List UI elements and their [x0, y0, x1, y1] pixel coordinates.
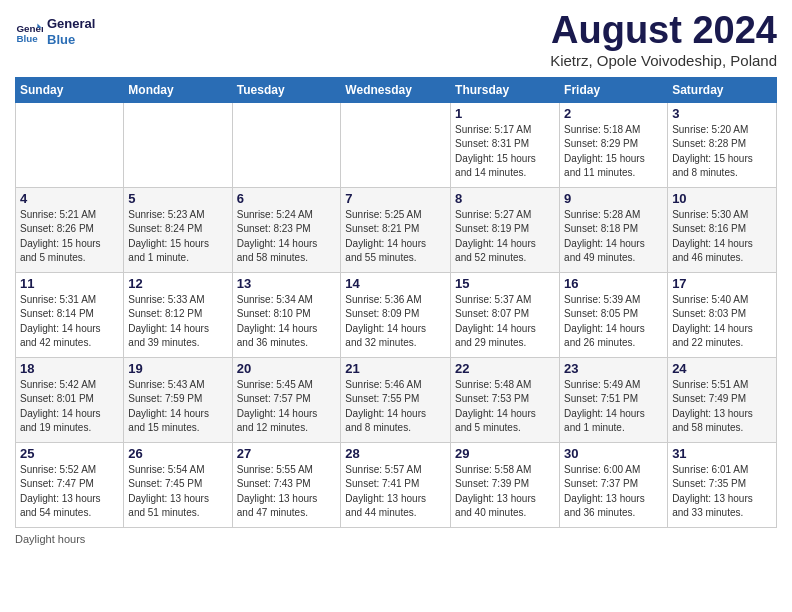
day-number: 19 [128, 361, 227, 376]
day-info: Sunrise: 5:49 AM Sunset: 7:51 PM Dayligh… [564, 378, 663, 436]
day-info: Sunrise: 5:21 AM Sunset: 8:26 PM Dayligh… [20, 208, 119, 266]
day-header-tuesday: Tuesday [232, 77, 341, 102]
day-number: 28 [345, 446, 446, 461]
calendar-cell: 30Sunrise: 6:00 AM Sunset: 7:37 PM Dayli… [560, 442, 668, 527]
day-header-thursday: Thursday [451, 77, 560, 102]
day-info: Sunrise: 5:31 AM Sunset: 8:14 PM Dayligh… [20, 293, 119, 351]
calendar-cell: 29Sunrise: 5:58 AM Sunset: 7:39 PM Dayli… [451, 442, 560, 527]
svg-text:Blue: Blue [16, 32, 38, 43]
footer-note: Daylight hours [15, 533, 777, 545]
day-info: Sunrise: 5:42 AM Sunset: 8:01 PM Dayligh… [20, 378, 119, 436]
day-info: Sunrise: 5:17 AM Sunset: 8:31 PM Dayligh… [455, 123, 555, 181]
day-info: Sunrise: 5:52 AM Sunset: 7:47 PM Dayligh… [20, 463, 119, 521]
calendar-cell: 13Sunrise: 5:34 AM Sunset: 8:10 PM Dayli… [232, 272, 341, 357]
calendar-cell: 7Sunrise: 5:25 AM Sunset: 8:21 PM Daylig… [341, 187, 451, 272]
day-header-wednesday: Wednesday [341, 77, 451, 102]
day-number: 1 [455, 106, 555, 121]
calendar-cell: 21Sunrise: 5:46 AM Sunset: 7:55 PM Dayli… [341, 357, 451, 442]
calendar-cell [16, 102, 124, 187]
day-number: 12 [128, 276, 227, 291]
calendar-cell: 10Sunrise: 5:30 AM Sunset: 8:16 PM Dayli… [668, 187, 777, 272]
day-info: Sunrise: 5:20 AM Sunset: 8:28 PM Dayligh… [672, 123, 772, 181]
calendar-cell: 15Sunrise: 5:37 AM Sunset: 8:07 PM Dayli… [451, 272, 560, 357]
day-number: 24 [672, 361, 772, 376]
day-number: 29 [455, 446, 555, 461]
calendar-cell: 14Sunrise: 5:36 AM Sunset: 8:09 PM Dayli… [341, 272, 451, 357]
calendar-cell: 2Sunrise: 5:18 AM Sunset: 8:29 PM Daylig… [560, 102, 668, 187]
calendar-cell: 31Sunrise: 6:01 AM Sunset: 7:35 PM Dayli… [668, 442, 777, 527]
logo-icon: General Blue [15, 18, 43, 46]
day-header-monday: Monday [124, 77, 232, 102]
calendar-cell: 24Sunrise: 5:51 AM Sunset: 7:49 PM Dayli… [668, 357, 777, 442]
calendar-cell: 11Sunrise: 5:31 AM Sunset: 8:14 PM Dayli… [16, 272, 124, 357]
day-info: Sunrise: 5:28 AM Sunset: 8:18 PM Dayligh… [564, 208, 663, 266]
day-number: 27 [237, 446, 337, 461]
location-subtitle: Kietrz, Opole Voivodeship, Poland [550, 52, 777, 69]
calendar-week-2: 4Sunrise: 5:21 AM Sunset: 8:26 PM Daylig… [16, 187, 777, 272]
calendar-cell: 20Sunrise: 5:45 AM Sunset: 7:57 PM Dayli… [232, 357, 341, 442]
calendar-cell: 8Sunrise: 5:27 AM Sunset: 8:19 PM Daylig… [451, 187, 560, 272]
calendar-cell: 6Sunrise: 5:24 AM Sunset: 8:23 PM Daylig… [232, 187, 341, 272]
calendar-table: SundayMondayTuesdayWednesdayThursdayFrid… [15, 77, 777, 528]
calendar-cell: 4Sunrise: 5:21 AM Sunset: 8:26 PM Daylig… [16, 187, 124, 272]
day-info: Sunrise: 5:18 AM Sunset: 8:29 PM Dayligh… [564, 123, 663, 181]
day-number: 26 [128, 446, 227, 461]
day-number: 31 [672, 446, 772, 461]
calendar-cell: 3Sunrise: 5:20 AM Sunset: 8:28 PM Daylig… [668, 102, 777, 187]
day-info: Sunrise: 5:46 AM Sunset: 7:55 PM Dayligh… [345, 378, 446, 436]
calendar-week-5: 25Sunrise: 5:52 AM Sunset: 7:47 PM Dayli… [16, 442, 777, 527]
calendar-cell: 26Sunrise: 5:54 AM Sunset: 7:45 PM Dayli… [124, 442, 232, 527]
day-info: Sunrise: 5:57 AM Sunset: 7:41 PM Dayligh… [345, 463, 446, 521]
day-number: 13 [237, 276, 337, 291]
calendar-week-4: 18Sunrise: 5:42 AM Sunset: 8:01 PM Dayli… [16, 357, 777, 442]
day-info: Sunrise: 5:23 AM Sunset: 8:24 PM Dayligh… [128, 208, 227, 266]
day-info: Sunrise: 5:48 AM Sunset: 7:53 PM Dayligh… [455, 378, 555, 436]
day-number: 23 [564, 361, 663, 376]
calendar-cell [124, 102, 232, 187]
day-info: Sunrise: 6:00 AM Sunset: 7:37 PM Dayligh… [564, 463, 663, 521]
day-header-friday: Friday [560, 77, 668, 102]
day-number: 7 [345, 191, 446, 206]
header: General Blue General Blue August 2024 Ki… [15, 10, 777, 69]
day-number: 8 [455, 191, 555, 206]
day-info: Sunrise: 5:36 AM Sunset: 8:09 PM Dayligh… [345, 293, 446, 351]
day-number: 4 [20, 191, 119, 206]
day-number: 21 [345, 361, 446, 376]
day-info: Sunrise: 5:27 AM Sunset: 8:19 PM Dayligh… [455, 208, 555, 266]
day-info: Sunrise: 5:45 AM Sunset: 7:57 PM Dayligh… [237, 378, 337, 436]
day-number: 9 [564, 191, 663, 206]
day-number: 17 [672, 276, 772, 291]
calendar-cell: 12Sunrise: 5:33 AM Sunset: 8:12 PM Dayli… [124, 272, 232, 357]
day-number: 30 [564, 446, 663, 461]
logo: General Blue General Blue [15, 16, 95, 47]
calendar-cell: 5Sunrise: 5:23 AM Sunset: 8:24 PM Daylig… [124, 187, 232, 272]
day-info: Sunrise: 5:25 AM Sunset: 8:21 PM Dayligh… [345, 208, 446, 266]
logo-blue: Blue [47, 32, 95, 48]
day-number: 20 [237, 361, 337, 376]
day-number: 2 [564, 106, 663, 121]
calendar-cell [341, 102, 451, 187]
day-info: Sunrise: 5:51 AM Sunset: 7:49 PM Dayligh… [672, 378, 772, 436]
day-number: 10 [672, 191, 772, 206]
logo-general: General [47, 16, 95, 32]
day-number: 3 [672, 106, 772, 121]
day-number: 18 [20, 361, 119, 376]
calendar-cell: 16Sunrise: 5:39 AM Sunset: 8:05 PM Dayli… [560, 272, 668, 357]
day-info: Sunrise: 5:58 AM Sunset: 7:39 PM Dayligh… [455, 463, 555, 521]
day-info: Sunrise: 5:37 AM Sunset: 8:07 PM Dayligh… [455, 293, 555, 351]
day-number: 14 [345, 276, 446, 291]
calendar-cell: 23Sunrise: 5:49 AM Sunset: 7:51 PM Dayli… [560, 357, 668, 442]
calendar-cell: 19Sunrise: 5:43 AM Sunset: 7:59 PM Dayli… [124, 357, 232, 442]
day-info: Sunrise: 5:54 AM Sunset: 7:45 PM Dayligh… [128, 463, 227, 521]
day-info: Sunrise: 5:43 AM Sunset: 7:59 PM Dayligh… [128, 378, 227, 436]
calendar-cell: 27Sunrise: 5:55 AM Sunset: 7:43 PM Dayli… [232, 442, 341, 527]
day-info: Sunrise: 5:39 AM Sunset: 8:05 PM Dayligh… [564, 293, 663, 351]
calendar-cell: 25Sunrise: 5:52 AM Sunset: 7:47 PM Dayli… [16, 442, 124, 527]
day-number: 22 [455, 361, 555, 376]
day-number: 15 [455, 276, 555, 291]
calendar-cell: 1Sunrise: 5:17 AM Sunset: 8:31 PM Daylig… [451, 102, 560, 187]
title-area: August 2024 Kietrz, Opole Voivodeship, P… [550, 10, 777, 69]
day-info: Sunrise: 5:24 AM Sunset: 8:23 PM Dayligh… [237, 208, 337, 266]
calendar-cell: 28Sunrise: 5:57 AM Sunset: 7:41 PM Dayli… [341, 442, 451, 527]
day-info: Sunrise: 5:34 AM Sunset: 8:10 PM Dayligh… [237, 293, 337, 351]
